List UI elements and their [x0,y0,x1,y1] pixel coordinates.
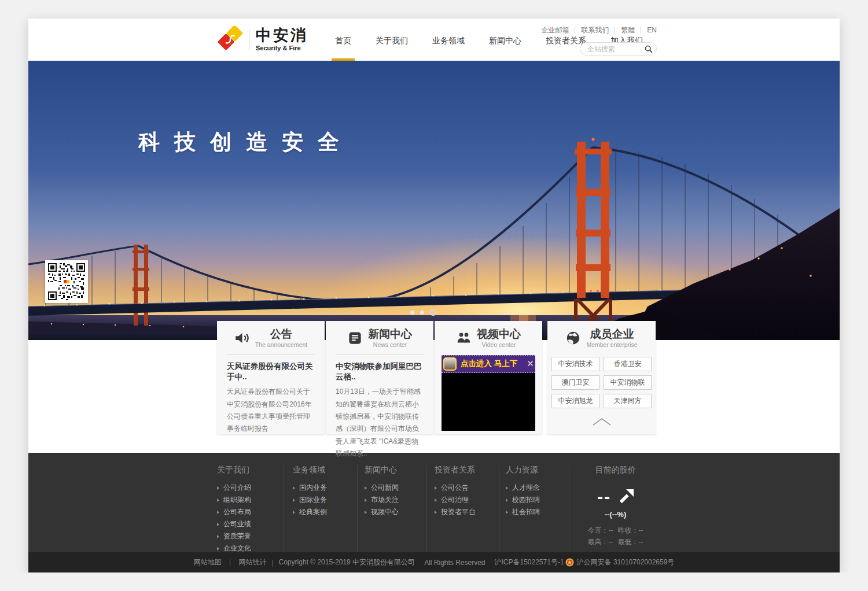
arrow-bullet-icon [435,498,437,502]
arrow-bullet-icon [435,486,437,490]
footer-link[interactable]: 人才理念 [506,482,569,494]
link-contact-us[interactable]: 联系我们 [575,27,615,34]
footer-col-title[interactable]: 新闻中心 [365,465,426,475]
member-company-button[interactable]: 天津同方 [604,394,652,408]
footer-col-title[interactable]: 投资者关系 [435,465,499,475]
news-headline[interactable]: 中安消物联参加阿里巴巴云栖.. [336,361,424,382]
chevron-up-icon[interactable] [591,417,612,426]
footer-link[interactable]: 投资者平台 [435,506,499,518]
footer-link[interactable]: 经典案例 [293,506,357,518]
stock-title: 目前的股价 [569,465,661,475]
carousel-dot-3-active[interactable] [430,309,436,316]
arrow-bullet-icon [293,498,295,502]
ad-close-icon[interactable] [527,360,534,367]
member-company-button[interactable]: 香港卫安 [604,357,652,371]
member-company-grid: 中安消技术 香港卫安 澳门卫安 中安消物联 中安消旭龙 天津同方 [547,348,656,408]
nav-item-news[interactable]: 新闻中心 [486,19,525,61]
footer-link[interactable]: 企业文化 [217,542,284,552]
footer-link[interactable]: 国内业务 [293,482,357,494]
footer-link[interactable]: 国际业务 [293,494,357,506]
nav-item-about[interactable]: 关于我们 [372,19,411,61]
brand-name: 中安消 [256,27,308,43]
stock-prev-close: 昨收：-- [618,526,643,534]
footer-link[interactable]: 公司介绍 [217,482,284,494]
footer-col-news: 新闻中心 公司新闻 市场关注 视频中心 [357,465,426,552]
member-company-button[interactable]: 中安消技术 [551,357,599,371]
ad-text: 点击进入 马上下 [461,359,517,369]
members-card: 成员企业 Member enterprise 中安消技术 香港卫安 澳门卫安 中… [547,321,656,434]
footer-link[interactable]: 公司新闻 [365,482,426,494]
footer-link[interactable]: 组织架构 [217,494,284,506]
arrow-bullet-icon [217,523,219,526]
footer-link[interactable]: 公司业绩 [217,518,284,530]
hero-banner: 科技创造安全 [28,61,840,340]
announcement-headline[interactable]: 天风证券股份有限公司关于中.. [227,361,315,382]
search-input[interactable] [580,45,641,53]
main-section: 公告 The announcement 天风证券股份有限公司关于中.. 天风证券… [28,340,840,453]
arrow-bullet-icon [217,547,219,551]
footer-link[interactable]: 公司治理 [435,494,499,506]
footer-col-investor: 投资者关系 公司公告 公司治理 投资者平台 [426,465,499,552]
bottom-bar: 网站地图 ｜ 网站统计 | Copyright © 2015-2019 中安消股… [28,552,840,572]
footer-link[interactable]: 视频中心 [365,506,426,518]
nav-item-business[interactable]: 业务领域 [429,19,468,61]
arrow-bullet-icon [293,511,295,514]
arrow-bullet-icon [217,535,219,538]
member-company-button[interactable]: 澳门卫安 [551,375,599,390]
brand-divider [249,29,249,50]
nav-item-home[interactable]: 首页 [332,19,355,61]
carousel-dot-2[interactable] [420,311,424,315]
arrow-bullet-icon [217,486,219,490]
footer-col-hr: 人力资源 人才理念 校园招聘 社会招聘 [499,465,569,552]
footer: 关于我们 公司介绍 组织架构 公司布局 公司业绩 资质荣誉 企业文化 业务领域 … [28,453,840,552]
header: 中安消 Security & Fire 首页 关于我们 业务领域 新闻中心 投资… [28,19,840,61]
arrow-bullet-icon [365,498,367,502]
stock-high: 最高：-- [588,538,613,546]
footer-link[interactable]: 公司公告 [435,482,499,494]
brand-tagline: Security & Fire [256,45,308,51]
arrow-bullet-icon [506,511,508,514]
copyright-text: Copyright © 2015-2019 中安消股份有限公司 [279,557,415,567]
arrow-bullet-icon [506,486,508,490]
announcement-subtitle: The announcement [255,341,307,348]
video-subtitle: Video center [477,341,521,348]
member-company-button[interactable]: 中安消旭龙 [551,394,599,408]
ad-avatar [443,357,457,371]
footer-stock-section: 目前的股价 -- --(--%) 今开：--昨收：-- 最高：--最低：-- [569,465,661,552]
footer-link[interactable]: 社会招聘 [506,506,569,518]
arrow-bullet-icon [506,498,508,502]
footer-link[interactable]: 资质荣誉 [217,530,284,542]
footer-col-title[interactable]: 业务领域 [293,465,357,475]
rights-text: All Rights Reserved [424,559,485,567]
footer-col-title[interactable]: 关于我们 [217,465,284,475]
link-corporate-mail[interactable]: 企业邮箱 [535,27,575,34]
carousel-dots [410,309,436,316]
stock-price: -- [597,488,611,505]
footer-col-title[interactable]: 人力资源 [506,465,569,475]
icp-license-link[interactable]: 沪ICP备15022571号-1 [495,557,564,567]
site-search [580,42,657,56]
hero-slogan: 科技创造安全 [138,128,354,157]
video-title: 视频中心 [477,328,521,341]
site-stats-link[interactable]: 网站统计 [238,557,266,567]
video-thumbnail[interactable]: 点击进入 马上下 [442,355,535,431]
member-company-button[interactable]: 中安消物联 [604,375,652,390]
separator: ｜ [222,557,239,567]
carousel-dot-1[interactable] [410,311,414,315]
arrow-bullet-icon [293,486,295,490]
link-traditional-chinese[interactable]: 繁體 [615,27,641,34]
link-english[interactable]: EN [641,27,657,34]
site-map-link[interactable]: 网站地图 [194,557,222,567]
stock-up-arrow-icon [619,489,634,504]
speaker-icon [234,330,250,346]
feature-cards: 公告 The announcement 天风证券股份有限公司关于中.. 天风证券… [217,321,656,434]
news-icon [347,330,363,346]
police-registration-link[interactable]: 沪公网安备 31010702002659号 [577,557,675,567]
hero-bridge-image [28,61,840,340]
brand-logo[interactable]: 中安消 Security & Fire [217,26,308,53]
people-icon [456,330,472,346]
footer-link[interactable]: 公司布局 [217,506,284,518]
footer-link[interactable]: 市场关注 [365,494,426,506]
footer-link[interactable]: 校园招聘 [506,494,569,506]
search-icon[interactable] [641,43,656,55]
